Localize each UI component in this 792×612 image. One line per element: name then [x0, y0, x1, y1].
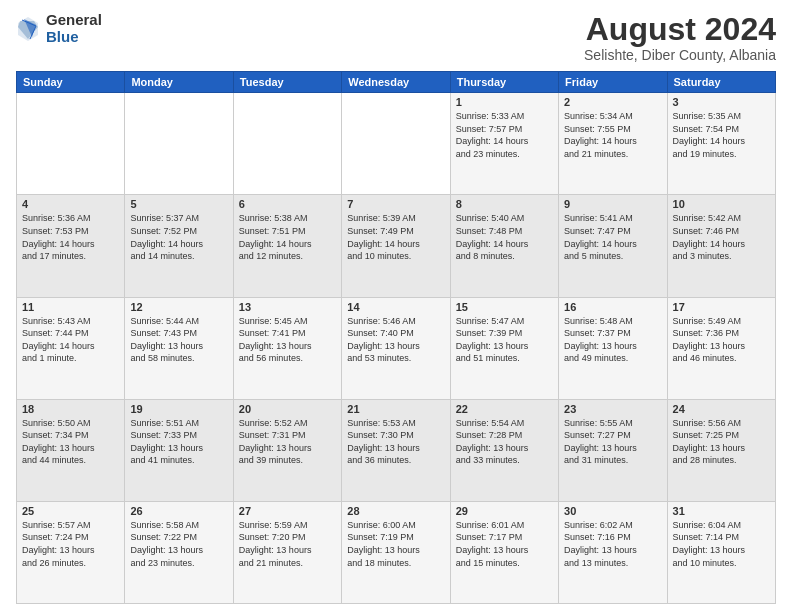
day-info: Sunrise: 5:39 AM Sunset: 7:49 PM Dayligh… — [347, 212, 444, 262]
day-info: Sunrise: 5:36 AM Sunset: 7:53 PM Dayligh… — [22, 212, 119, 262]
day-number: 11 — [22, 301, 119, 313]
calendar-cell: 13Sunrise: 5:45 AM Sunset: 7:41 PM Dayli… — [233, 297, 341, 399]
weekday-header-monday: Monday — [125, 72, 233, 93]
day-info: Sunrise: 5:58 AM Sunset: 7:22 PM Dayligh… — [130, 519, 227, 569]
day-number: 16 — [564, 301, 661, 313]
day-number: 5 — [130, 198, 227, 210]
day-info: Sunrise: 5:43 AM Sunset: 7:44 PM Dayligh… — [22, 315, 119, 365]
day-number: 13 — [239, 301, 336, 313]
day-number: 1 — [456, 96, 553, 108]
calendar-cell — [125, 93, 233, 195]
calendar-cell: 27Sunrise: 5:59 AM Sunset: 7:20 PM Dayli… — [233, 501, 341, 603]
day-number: 2 — [564, 96, 661, 108]
calendar-cell: 5Sunrise: 5:37 AM Sunset: 7:52 PM Daylig… — [125, 195, 233, 297]
calendar-cell: 4Sunrise: 5:36 AM Sunset: 7:53 PM Daylig… — [17, 195, 125, 297]
day-info: Sunrise: 5:47 AM Sunset: 7:39 PM Dayligh… — [456, 315, 553, 365]
weekday-header-friday: Friday — [559, 72, 667, 93]
calendar-cell: 3Sunrise: 5:35 AM Sunset: 7:54 PM Daylig… — [667, 93, 775, 195]
day-info: Sunrise: 6:00 AM Sunset: 7:19 PM Dayligh… — [347, 519, 444, 569]
day-number: 29 — [456, 505, 553, 517]
calendar-cell: 18Sunrise: 5:50 AM Sunset: 7:34 PM Dayli… — [17, 399, 125, 501]
calendar-cell: 12Sunrise: 5:44 AM Sunset: 7:43 PM Dayli… — [125, 297, 233, 399]
calendar-page: General Blue August 2024 Selishte, Diber… — [0, 0, 792, 612]
calendar-cell: 11Sunrise: 5:43 AM Sunset: 7:44 PM Dayli… — [17, 297, 125, 399]
day-number: 28 — [347, 505, 444, 517]
day-number: 24 — [673, 403, 770, 415]
calendar-cell — [233, 93, 341, 195]
day-info: Sunrise: 5:45 AM Sunset: 7:41 PM Dayligh… — [239, 315, 336, 365]
day-number: 7 — [347, 198, 444, 210]
day-info: Sunrise: 5:55 AM Sunset: 7:27 PM Dayligh… — [564, 417, 661, 467]
day-number: 22 — [456, 403, 553, 415]
calendar-cell: 9Sunrise: 5:41 AM Sunset: 7:47 PM Daylig… — [559, 195, 667, 297]
weekday-header-wednesday: Wednesday — [342, 72, 450, 93]
calendar-cell: 15Sunrise: 5:47 AM Sunset: 7:39 PM Dayli… — [450, 297, 558, 399]
day-info: Sunrise: 5:49 AM Sunset: 7:36 PM Dayligh… — [673, 315, 770, 365]
day-number: 3 — [673, 96, 770, 108]
day-info: Sunrise: 5:53 AM Sunset: 7:30 PM Dayligh… — [347, 417, 444, 467]
day-info: Sunrise: 5:35 AM Sunset: 7:54 PM Dayligh… — [673, 110, 770, 160]
day-info: Sunrise: 5:51 AM Sunset: 7:33 PM Dayligh… — [130, 417, 227, 467]
day-number: 30 — [564, 505, 661, 517]
day-number: 17 — [673, 301, 770, 313]
day-info: Sunrise: 5:44 AM Sunset: 7:43 PM Dayligh… — [130, 315, 227, 365]
calendar-table: SundayMondayTuesdayWednesdayThursdayFrid… — [16, 71, 776, 604]
weekday-header-thursday: Thursday — [450, 72, 558, 93]
calendar-cell: 6Sunrise: 5:38 AM Sunset: 7:51 PM Daylig… — [233, 195, 341, 297]
title-area: August 2024 Selishte, Diber County, Alba… — [584, 12, 776, 63]
day-number: 10 — [673, 198, 770, 210]
day-number: 31 — [673, 505, 770, 517]
logo-icon — [16, 15, 40, 43]
day-info: Sunrise: 5:42 AM Sunset: 7:46 PM Dayligh… — [673, 212, 770, 262]
day-info: Sunrise: 5:34 AM Sunset: 7:55 PM Dayligh… — [564, 110, 661, 160]
day-info: Sunrise: 5:50 AM Sunset: 7:34 PM Dayligh… — [22, 417, 119, 467]
day-number: 8 — [456, 198, 553, 210]
calendar-cell: 10Sunrise: 5:42 AM Sunset: 7:46 PM Dayli… — [667, 195, 775, 297]
calendar-cell: 20Sunrise: 5:52 AM Sunset: 7:31 PM Dayli… — [233, 399, 341, 501]
calendar-cell: 28Sunrise: 6:00 AM Sunset: 7:19 PM Dayli… — [342, 501, 450, 603]
logo-text: General Blue — [46, 12, 102, 45]
day-number: 21 — [347, 403, 444, 415]
day-number: 14 — [347, 301, 444, 313]
calendar-cell: 16Sunrise: 5:48 AM Sunset: 7:37 PM Dayli… — [559, 297, 667, 399]
calendar-cell: 29Sunrise: 6:01 AM Sunset: 7:17 PM Dayli… — [450, 501, 558, 603]
day-info: Sunrise: 5:59 AM Sunset: 7:20 PM Dayligh… — [239, 519, 336, 569]
logo-general-text: General — [46, 12, 102, 29]
day-info: Sunrise: 5:48 AM Sunset: 7:37 PM Dayligh… — [564, 315, 661, 365]
day-info: Sunrise: 6:01 AM Sunset: 7:17 PM Dayligh… — [456, 519, 553, 569]
day-info: Sunrise: 5:54 AM Sunset: 7:28 PM Dayligh… — [456, 417, 553, 467]
calendar-cell: 8Sunrise: 5:40 AM Sunset: 7:48 PM Daylig… — [450, 195, 558, 297]
day-number: 23 — [564, 403, 661, 415]
day-number: 27 — [239, 505, 336, 517]
day-info: Sunrise: 6:02 AM Sunset: 7:16 PM Dayligh… — [564, 519, 661, 569]
calendar-cell: 25Sunrise: 5:57 AM Sunset: 7:24 PM Dayli… — [17, 501, 125, 603]
weekday-header-saturday: Saturday — [667, 72, 775, 93]
calendar-cell: 2Sunrise: 5:34 AM Sunset: 7:55 PM Daylig… — [559, 93, 667, 195]
calendar-cell: 26Sunrise: 5:58 AM Sunset: 7:22 PM Dayli… — [125, 501, 233, 603]
day-number: 20 — [239, 403, 336, 415]
day-info: Sunrise: 6:04 AM Sunset: 7:14 PM Dayligh… — [673, 519, 770, 569]
day-number: 4 — [22, 198, 119, 210]
day-info: Sunrise: 5:56 AM Sunset: 7:25 PM Dayligh… — [673, 417, 770, 467]
day-info: Sunrise: 5:40 AM Sunset: 7:48 PM Dayligh… — [456, 212, 553, 262]
day-info: Sunrise: 5:37 AM Sunset: 7:52 PM Dayligh… — [130, 212, 227, 262]
day-number: 15 — [456, 301, 553, 313]
calendar-week-5: 25Sunrise: 5:57 AM Sunset: 7:24 PM Dayli… — [17, 501, 776, 603]
calendar-cell: 17Sunrise: 5:49 AM Sunset: 7:36 PM Dayli… — [667, 297, 775, 399]
calendar-cell: 14Sunrise: 5:46 AM Sunset: 7:40 PM Dayli… — [342, 297, 450, 399]
day-info: Sunrise: 5:57 AM Sunset: 7:24 PM Dayligh… — [22, 519, 119, 569]
day-number: 9 — [564, 198, 661, 210]
day-number: 6 — [239, 198, 336, 210]
day-number: 12 — [130, 301, 227, 313]
weekday-header-tuesday: Tuesday — [233, 72, 341, 93]
calendar-cell: 19Sunrise: 5:51 AM Sunset: 7:33 PM Dayli… — [125, 399, 233, 501]
calendar-cell: 1Sunrise: 5:33 AM Sunset: 7:57 PM Daylig… — [450, 93, 558, 195]
calendar-week-3: 11Sunrise: 5:43 AM Sunset: 7:44 PM Dayli… — [17, 297, 776, 399]
location-title: Selishte, Diber County, Albania — [584, 47, 776, 63]
calendar-cell: 31Sunrise: 6:04 AM Sunset: 7:14 PM Dayli… — [667, 501, 775, 603]
calendar-cell — [17, 93, 125, 195]
day-number: 26 — [130, 505, 227, 517]
calendar-week-1: 1Sunrise: 5:33 AM Sunset: 7:57 PM Daylig… — [17, 93, 776, 195]
day-number: 25 — [22, 505, 119, 517]
calendar-week-4: 18Sunrise: 5:50 AM Sunset: 7:34 PM Dayli… — [17, 399, 776, 501]
